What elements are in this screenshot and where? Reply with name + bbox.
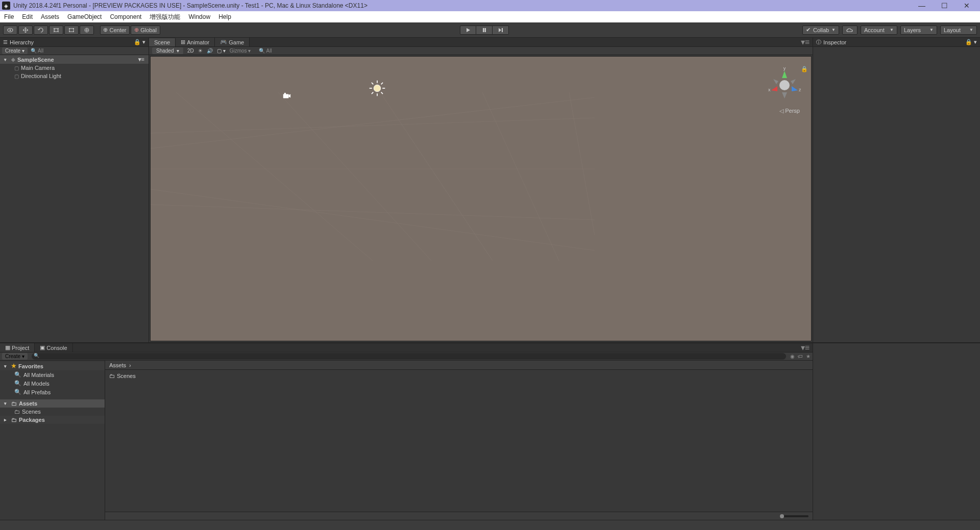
svg-line-15 bbox=[176, 92, 373, 261]
close-button[interactable]: ✕ bbox=[961, 2, 973, 10]
slider-thumb[interactable] bbox=[780, 514, 784, 518]
maximize-button[interactable]: ☐ bbox=[938, 2, 950, 10]
directional-light-gizmo-icon[interactable] bbox=[369, 80, 386, 97]
tab-options-icon[interactable]: ▾≡ bbox=[801, 37, 810, 47]
scene-options-icon[interactable]: ▾≡ bbox=[138, 56, 144, 63]
svg-line-29 bbox=[372, 92, 373, 94]
svg-rect-31 bbox=[283, 94, 289, 98]
step-button[interactable] bbox=[493, 26, 509, 35]
asset-list[interactable]: 🗀 Scenes bbox=[105, 370, 813, 512]
pause-button[interactable] bbox=[476, 26, 493, 35]
tab-console[interactable]: ▣Console bbox=[35, 343, 72, 352]
project-create-button[interactable]: Create ▾ bbox=[2, 353, 28, 360]
menubar: File Edit Assets GameObject Component 增强… bbox=[0, 11, 980, 22]
menu-enhanced[interactable]: 增强版功能 bbox=[150, 13, 180, 21]
hierarchy-header[interactable]: ☰ Hierarchy 🔒 ▾ bbox=[0, 38, 149, 47]
cloud-button[interactable] bbox=[842, 26, 857, 35]
packages-folder[interactable]: ▸ 🗀 Packages bbox=[0, 416, 105, 424]
menu-help[interactable]: Help bbox=[218, 13, 231, 20]
svg-rect-11 bbox=[502, 28, 503, 32]
hierarchy-create-button[interactable]: Create ▾ bbox=[2, 47, 28, 54]
layout-button[interactable]: Layout▼ bbox=[940, 26, 977, 35]
project-breadcrumb: Assets › bbox=[105, 361, 813, 370]
svg-line-18 bbox=[482, 92, 559, 261]
move-tool-button[interactable] bbox=[18, 26, 33, 35]
favorite-star-icon[interactable]: ★ bbox=[806, 354, 811, 359]
gameobject-icon: ▢ bbox=[14, 65, 19, 71]
unity-logo-icon: ◈ bbox=[2, 2, 10, 10]
layers-button[interactable]: Layers▼ bbox=[900, 26, 937, 35]
hand-tool-button[interactable] bbox=[3, 26, 17, 35]
project-panel: ▦Project ▣Console ▾≡ Create ▾ ◉ 🏷 ★ ▾ ★ … bbox=[0, 343, 813, 520]
inspector-icon: ⓘ bbox=[816, 39, 821, 46]
scenes-folder[interactable]: 🗀Scenes bbox=[0, 408, 105, 416]
account-button[interactable]: Account▼ bbox=[861, 26, 897, 35]
tab-scene[interactable]: Scene bbox=[149, 38, 176, 46]
lighting-toggle-button[interactable]: ☀ bbox=[198, 48, 203, 54]
play-button[interactable] bbox=[460, 26, 476, 35]
search-icon: 🔍 bbox=[14, 371, 21, 378]
fx-toggle-button[interactable]: ▢ ▾ bbox=[217, 48, 226, 54]
hierarchy-scene-item[interactable]: ▾ ◈ SampleScene ▾≡ bbox=[0, 55, 149, 64]
fav-all-prefabs[interactable]: 🔍All Prefabs bbox=[0, 388, 105, 396]
scene-grid bbox=[151, 57, 811, 341]
handle-button[interactable]: ⊕ Global bbox=[131, 26, 160, 35]
camera-gizmo-icon[interactable] bbox=[282, 92, 291, 99]
2d-toggle-button[interactable]: 2D bbox=[187, 48, 194, 54]
menu-gameobject[interactable]: GameObject bbox=[67, 13, 102, 20]
asset-scenes-folder[interactable]: 🗀 Scenes bbox=[109, 372, 808, 380]
fav-all-materials[interactable]: 🔍All Materials bbox=[0, 370, 105, 379]
hierarchy-item-camera[interactable]: ▢ Main Camera bbox=[0, 64, 149, 72]
transform-tool-button[interactable] bbox=[80, 26, 94, 35]
inspector-panel: ⓘ Inspector 🔒 ▾ bbox=[813, 38, 980, 342]
scene-search[interactable]: 🔍 All bbox=[259, 48, 810, 54]
inspector-options[interactable]: 🔒 ▾ bbox=[965, 39, 977, 45]
scale-tool-button[interactable] bbox=[49, 26, 63, 35]
hierarchy-children: ▢ Main Camera ▢ Directional Light bbox=[0, 64, 149, 80]
rotate-tool-button[interactable] bbox=[34, 26, 48, 35]
inspector-header[interactable]: ⓘ Inspector 🔒 ▾ bbox=[813, 38, 980, 47]
svg-point-6 bbox=[69, 31, 70, 32]
center-area: Scene ⊞Animator 🎮Game ▾≡ Shaded ▾ 2D ☀ 🔊… bbox=[149, 38, 813, 342]
menu-assets[interactable]: Assets bbox=[41, 13, 59, 20]
menu-component[interactable]: Component bbox=[110, 13, 141, 20]
breadcrumb-assets[interactable]: Assets bbox=[109, 362, 126, 368]
projection-label[interactable]: ◁ Persp bbox=[779, 108, 800, 114]
hierarchy-subbar: Create ▾ 🔍 All bbox=[0, 47, 149, 55]
menu-edit[interactable]: Edit bbox=[22, 13, 33, 20]
scene-name: SampleScene bbox=[17, 57, 54, 63]
rect-tool-button[interactable] bbox=[64, 26, 79, 35]
fav-all-models[interactable]: 🔍All Models bbox=[0, 379, 105, 388]
project-icon: ▦ bbox=[5, 344, 10, 351]
menu-window[interactable]: Window bbox=[188, 13, 210, 20]
svg-line-17 bbox=[380, 92, 493, 261]
tab-project[interactable]: ▦Project bbox=[0, 343, 35, 352]
orientation-gizmo[interactable]: y x z bbox=[764, 66, 805, 102]
scene-tabs: Scene ⊞Animator 🎮Game ▾≡ bbox=[149, 38, 813, 47]
audio-toggle-button[interactable]: 🔊 bbox=[207, 48, 213, 54]
scene-gizmos-button[interactable]: Gizmos ▾ bbox=[230, 48, 251, 54]
scene-view[interactable]: y x z 🔒 ◁ Persp bbox=[150, 56, 812, 341]
thumbnail-size-slider[interactable] bbox=[780, 515, 808, 517]
game-icon: 🎮 bbox=[220, 39, 227, 45]
filter-type-icon[interactable]: ◉ bbox=[790, 354, 795, 359]
tab-animator[interactable]: ⊞Animator bbox=[176, 38, 215, 46]
shading-mode-button[interactable]: Shaded ▾ bbox=[152, 47, 183, 54]
hierarchy-search[interactable]: 🔍 All bbox=[31, 48, 146, 54]
gizmo-lock-icon[interactable]: 🔒 bbox=[801, 66, 808, 72]
svg-line-20 bbox=[151, 97, 595, 148]
filter-label-icon[interactable]: 🏷 bbox=[798, 354, 803, 359]
menu-file[interactable]: File bbox=[4, 13, 14, 20]
favorites-header[interactable]: ▾ ★ Favorites bbox=[0, 362, 105, 370]
main-toolbar: ⊕ Center ⊕ Global ✔ Collab▼ Account▼ Lay… bbox=[0, 22, 980, 38]
minimize-button[interactable]: — bbox=[916, 2, 928, 10]
tab-game[interactable]: 🎮Game bbox=[215, 38, 250, 46]
project-tab-options[interactable]: ▾≡ bbox=[801, 343, 810, 352]
svg-point-4 bbox=[69, 28, 70, 29]
collab-button[interactable]: ✔ Collab▼ bbox=[802, 26, 839, 35]
project-search[interactable] bbox=[32, 353, 786, 360]
assets-folder[interactable]: ▾ 🗀 Assets bbox=[0, 399, 105, 408]
hierarchy-options[interactable]: 🔒 ▾ bbox=[134, 39, 145, 45]
pivot-button[interactable]: ⊕ Center bbox=[100, 26, 130, 35]
hierarchy-item-light[interactable]: ▢ Directional Light bbox=[0, 72, 149, 80]
